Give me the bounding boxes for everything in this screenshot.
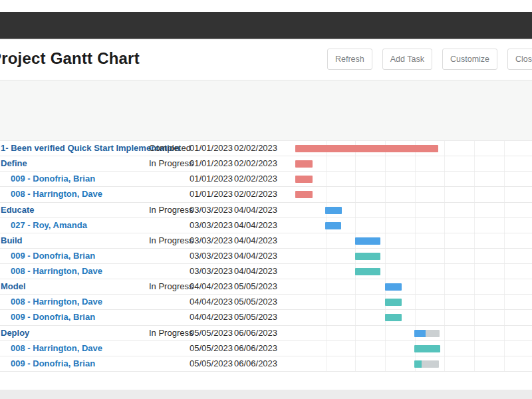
gantt-bar[interactable] bbox=[385, 299, 402, 306]
gantt-bar-segment-blue bbox=[385, 283, 402, 291]
gantt-bar[interactable] bbox=[355, 237, 380, 245]
task-name[interactable]: Build bbox=[1, 233, 23, 248]
gantt-row[interactable]: EducateIn Progress03/03/202304/04/2023 bbox=[0, 202, 532, 217]
gantt-bar[interactable] bbox=[414, 345, 440, 352]
table-header-band: Project/Task/Resource Status Start Finis… bbox=[0, 80, 532, 141]
status-cell: In Progress bbox=[149, 326, 193, 340]
task-name[interactable]: Model bbox=[1, 279, 26, 294]
task-name[interactable]: 027 - Roy, Amanda bbox=[11, 218, 87, 233]
gantt-row[interactable]: DefineIn Progress01/01/202302/02/2023 bbox=[0, 156, 532, 171]
task-name[interactable]: 009 - Donofria, Brian bbox=[11, 172, 95, 186]
start-cell: 01/01/2023 bbox=[190, 141, 233, 156]
gantt-bar[interactable] bbox=[325, 222, 341, 229]
start-cell: 05/05/2023 bbox=[190, 356, 233, 371]
start-cell: 04/04/2023 bbox=[190, 279, 233, 294]
gantt-bar[interactable] bbox=[414, 360, 439, 368]
finish-cell: 02/02/2023 bbox=[234, 141, 277, 156]
gantt-bar[interactable] bbox=[325, 207, 342, 214]
gantt-bar-segment-gray bbox=[422, 360, 439, 368]
task-name[interactable]: Define bbox=[1, 156, 27, 171]
gantt-row[interactable]: 008 - Harrington, Dave05/05/202306/06/20… bbox=[0, 340, 532, 356]
start-cell: 01/01/2023 bbox=[190, 187, 233, 201]
task-name[interactable]: 008 - Harrington, Dave bbox=[11, 187, 102, 201]
customize-button[interactable]: Customize bbox=[442, 49, 497, 70]
start-cell: 03/03/2023 bbox=[190, 264, 233, 279]
gantt-bar-segment-red bbox=[295, 191, 313, 198]
gantt-row[interactable]: 008 - Harrington, Dave04/04/202305/05/20… bbox=[0, 294, 532, 309]
status-cell: In Progress bbox=[149, 233, 193, 248]
finish-cell: 06/06/2023 bbox=[234, 356, 277, 371]
gantt-row[interactable]: 008 - Harrington, Dave03/03/202304/04/20… bbox=[0, 263, 532, 279]
gantt-bar-segment-teal bbox=[414, 345, 440, 352]
gantt-bar[interactable] bbox=[295, 176, 313, 183]
status-cell: In Progress bbox=[149, 156, 193, 171]
finish-cell: 05/05/2023 bbox=[234, 279, 277, 294]
finish-cell: 04/04/2023 bbox=[234, 218, 277, 233]
gantt-bar[interactable] bbox=[385, 314, 402, 321]
start-cell: 03/03/2023 bbox=[190, 218, 233, 233]
gantt-bar[interactable] bbox=[355, 268, 380, 275]
gantt-bar-segment-teal bbox=[355, 253, 380, 260]
gantt-bar-segment-red bbox=[295, 160, 313, 168]
finish-cell: 02/02/2023 bbox=[234, 172, 277, 186]
start-cell: 05/05/2023 bbox=[190, 341, 233, 356]
gantt-row[interactable]: 027 - Roy, Amanda03/03/202304/04/2023 bbox=[0, 217, 532, 233]
gantt-rows: 1- Been verified Quick Start Implementat… bbox=[0, 140, 532, 371]
status-cell: In Progress bbox=[149, 279, 193, 294]
gantt-bar-segment-blue bbox=[325, 222, 341, 229]
start-cell: 03/03/2023 bbox=[190, 249, 233, 263]
gantt-bar-segment-teal bbox=[385, 314, 402, 321]
gantt-bar[interactable] bbox=[355, 253, 380, 260]
gantt-row[interactable]: BuildIn Progress03/03/202304/04/2023 bbox=[0, 233, 532, 248]
start-cell: 04/04/2023 bbox=[190, 295, 233, 309]
refresh-button[interactable]: Refresh bbox=[327, 49, 372, 70]
gantt-bar[interactable] bbox=[295, 191, 313, 198]
task-name[interactable]: 008 - Harrington, Dave bbox=[11, 341, 102, 356]
gantt-bar[interactable] bbox=[295, 160, 313, 168]
task-name[interactable]: 008 - Harrington, Dave bbox=[11, 264, 102, 279]
gantt-row[interactable]: DeployIn Progress05/05/202306/06/2023 bbox=[0, 325, 532, 340]
gantt-row[interactable]: 009 - Donofria, Brian03/03/202304/04/202… bbox=[0, 248, 532, 263]
gantt-bar[interactable] bbox=[414, 330, 440, 337]
finish-cell: 04/04/2023 bbox=[234, 249, 277, 263]
finish-cell: 06/06/2023 bbox=[234, 326, 277, 340]
finish-cell: 06/06/2023 bbox=[234, 341, 277, 356]
task-name[interactable]: 009 - Donofria, Brian bbox=[11, 249, 95, 263]
gantt-bar-segment-red bbox=[295, 145, 438, 152]
gantt-row[interactable]: ModelIn Progress04/04/202305/05/2023 bbox=[0, 279, 532, 294]
gantt-bar[interactable] bbox=[385, 283, 402, 291]
start-cell: 03/03/2023 bbox=[190, 203, 233, 217]
gantt-bar-segment-teal bbox=[355, 268, 380, 275]
task-name[interactable]: 009 - Donofria, Brian bbox=[11, 310, 95, 325]
start-cell: 04/04/2023 bbox=[190, 310, 233, 325]
gantt-row[interactable]: 1- Been verified Quick Start Implementat… bbox=[0, 140, 532, 156]
gantt-bar-segment-blue bbox=[355, 237, 380, 245]
toolbar: Refresh Add Task Customize Close Help bbox=[327, 49, 532, 70]
gantt-row[interactable]: 008 - Harrington, Dave01/01/202302/02/20… bbox=[0, 186, 532, 201]
finish-cell: 04/04/2023 bbox=[234, 233, 277, 248]
bottom-scrollbar-track[interactable] bbox=[0, 390, 532, 399]
close-button[interactable]: Close bbox=[507, 49, 532, 70]
gantt-bar-segment-blue bbox=[414, 330, 426, 337]
gantt-row[interactable]: 009 - Donofria, Brian01/01/202302/02/202… bbox=[0, 171, 532, 186]
status-cell: In Progress bbox=[149, 203, 193, 217]
task-name[interactable]: 008 - Harrington, Dave bbox=[11, 295, 102, 309]
finish-cell: 05/05/2023 bbox=[234, 310, 277, 325]
task-name[interactable]: Deploy bbox=[1, 326, 29, 340]
gantt-bar-segment-blue bbox=[325, 207, 342, 214]
start-cell: 03/03/2023 bbox=[190, 233, 233, 248]
status-cell: Completed bbox=[149, 141, 191, 156]
gantt-bar-segment-teal bbox=[414, 360, 422, 368]
finish-cell: 05/05/2023 bbox=[234, 295, 277, 309]
gantt-bar[interactable] bbox=[295, 145, 438, 152]
gantt-rows-area: 1- Been verified Quick Start Implementat… bbox=[0, 140, 532, 372]
page-title: Project Gantt Chart bbox=[0, 49, 140, 68]
gantt-row[interactable]: 009 - Donofria, Brian05/05/202306/06/202… bbox=[0, 356, 532, 371]
add-task-button[interactable]: Add Task bbox=[382, 49, 432, 70]
task-name[interactable]: 009 - Donofria, Brian bbox=[11, 356, 95, 371]
gantt-bar-segment-gray bbox=[426, 330, 440, 337]
gantt-row[interactable]: 009 - Donofria, Brian04/04/202305/05/202… bbox=[0, 309, 532, 325]
start-cell: 01/01/2023 bbox=[190, 156, 233, 171]
task-name[interactable]: Educate bbox=[1, 203, 35, 217]
start-cell: 05/05/2023 bbox=[190, 326, 233, 340]
